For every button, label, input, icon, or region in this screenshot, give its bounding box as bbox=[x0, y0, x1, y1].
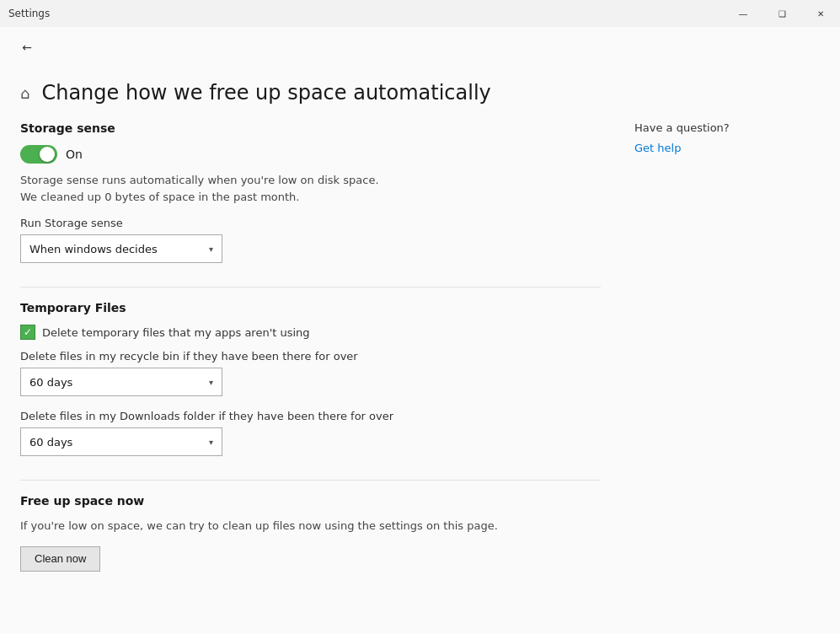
page-title: Change how we free up space automaticall… bbox=[41, 81, 490, 105]
recycle-dropdown-arrow: ▾ bbox=[209, 378, 213, 387]
description-line2: We cleaned up 0 bytes of space in the pa… bbox=[20, 191, 299, 203]
checkbox-check-icon: ✓ bbox=[24, 327, 32, 337]
storage-sense-title: Storage sense bbox=[20, 121, 601, 135]
close-button[interactable]: ✕ bbox=[801, 0, 840, 27]
checkbox-row: ✓ Delete temporary files that my apps ar… bbox=[20, 325, 601, 340]
run-label: Run Storage sense bbox=[20, 217, 601, 229]
toggle-row: On bbox=[20, 145, 601, 164]
clean-now-button[interactable]: Clean now bbox=[20, 546, 100, 572]
run-storage-sense-dropdown[interactable]: When windows decides ▾ bbox=[20, 234, 222, 263]
content-area: Storage sense On Storage sense runs auto… bbox=[0, 121, 840, 634]
title-bar-left: Settings bbox=[8, 8, 50, 19]
downloads-dropdown-value: 60 days bbox=[29, 436, 72, 449]
temporary-files-section: Temporary Files ✓ Delete temporary files… bbox=[20, 301, 601, 456]
storage-sense-toggle[interactable] bbox=[20, 145, 57, 164]
downloads-dropdown[interactable]: 60 days ▾ bbox=[20, 427, 222, 456]
free-up-description: If you're low on space, we can try to cl… bbox=[20, 518, 601, 535]
home-icon[interactable]: ⌂ bbox=[20, 84, 29, 102]
downloads-label: Delete files in my Downloads folder if t… bbox=[20, 410, 601, 422]
divider-1 bbox=[20, 287, 601, 287]
nav-bar: ← bbox=[0, 27, 840, 67]
back-button[interactable]: ← bbox=[13, 34, 40, 61]
storage-sense-description: Storage sense runs automatically when yo… bbox=[20, 172, 601, 205]
help-question: Have a question? bbox=[634, 121, 820, 134]
toggle-knob bbox=[40, 147, 55, 162]
divider-2 bbox=[20, 480, 601, 481]
free-up-title: Free up space now bbox=[20, 494, 601, 508]
downloads-dropdown-arrow: ▾ bbox=[209, 438, 213, 447]
page-header: ⌂ Change how we free up space automatica… bbox=[0, 67, 840, 121]
recycle-dropdown-value: 60 days bbox=[29, 376, 72, 389]
main-column: Storage sense On Storage sense runs auto… bbox=[20, 121, 601, 634]
title-bar-title: Settings bbox=[8, 8, 50, 19]
recycle-bin-dropdown[interactable]: 60 days ▾ bbox=[20, 368, 222, 396]
get-help-link[interactable]: Get help bbox=[634, 142, 681, 154]
temporary-files-title: Temporary Files bbox=[20, 301, 601, 314]
sidebar: Have a question? Get help bbox=[634, 121, 820, 634]
recycle-bin-label: Delete files in my recycle bin if they h… bbox=[20, 350, 601, 363]
title-bar: Settings — ❑ ✕ bbox=[0, 0, 840, 27]
storage-sense-section: Storage sense On Storage sense runs auto… bbox=[20, 121, 601, 263]
run-dropdown-value: When windows decides bbox=[29, 243, 158, 255]
run-dropdown-arrow: ▾ bbox=[209, 244, 213, 254]
maximize-button[interactable]: ❑ bbox=[762, 0, 801, 27]
minimize-button[interactable]: — bbox=[724, 0, 762, 27]
delete-temp-label: Delete temporary files that my apps aren… bbox=[42, 326, 310, 339]
delete-temp-checkbox[interactable]: ✓ bbox=[20, 325, 35, 340]
title-bar-controls: — ❑ ✕ bbox=[724, 0, 840, 27]
settings-window: Settings — ❑ ✕ ← ⌂ Change how we free up… bbox=[0, 0, 840, 634]
toggle-label: On bbox=[66, 148, 83, 161]
free-up-section: Free up space now If you're low on space… bbox=[20, 494, 601, 572]
description-line1: Storage sense runs automatically when yo… bbox=[20, 174, 379, 186]
